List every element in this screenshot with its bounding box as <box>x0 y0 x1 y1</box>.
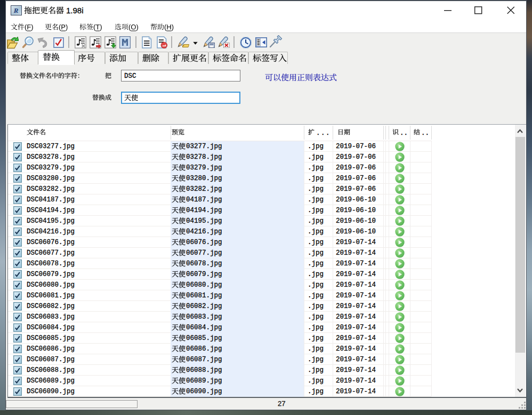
svg-text:R: R <box>13 6 19 14</box>
